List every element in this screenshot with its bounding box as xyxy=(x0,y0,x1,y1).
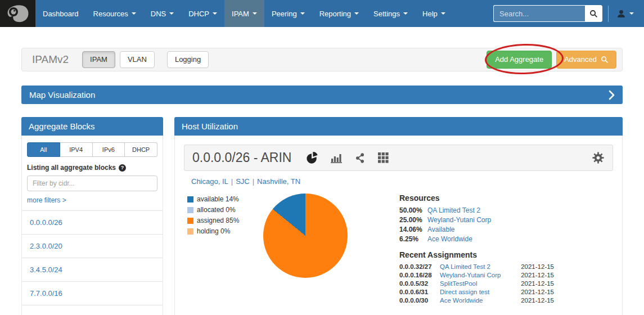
legend-label: assigned 85% xyxy=(197,217,239,224)
global-search xyxy=(493,5,602,22)
block-title: 0.0.0.0/26 - ARIN xyxy=(192,150,291,165)
chevron-down-icon xyxy=(354,12,359,15)
tab-ipv4[interactable]: IPV4 xyxy=(60,142,93,157)
legend-swatch-assigned xyxy=(187,218,193,224)
user-icon xyxy=(616,9,626,19)
gear-icon[interactable] xyxy=(592,151,605,164)
ram-logo-icon xyxy=(6,3,30,24)
host-utilization-header: Host Utilization xyxy=(174,117,623,136)
legend-label: allocated 0% xyxy=(197,206,236,214)
chevron-down-icon xyxy=(403,12,408,15)
grid-icon[interactable] xyxy=(378,152,389,163)
list-item-aggregate[interactable]: 7.7.0.0/16 xyxy=(22,282,163,305)
nav-dashboard[interactable]: Dashboard xyxy=(35,0,86,27)
nav-item-label: Settings xyxy=(373,10,400,18)
resource-row: 14.06%Available xyxy=(399,226,554,233)
app-logo[interactable] xyxy=(0,0,35,27)
nav-dns[interactable]: DNS xyxy=(143,0,181,27)
breadcrumb-separator: | xyxy=(228,177,236,186)
nav-item-label: Dashboard xyxy=(43,10,79,18)
host-utilization-body: 0.0.0.0/26 - ARIN xyxy=(174,136,623,315)
tab-dhcp[interactable]: DHCP xyxy=(125,142,157,157)
page-content: IPAMv2 IPAM VLAN Logging Add Aggregate A… xyxy=(0,48,644,315)
breadcrumb-separator: | xyxy=(250,177,257,186)
pie-chart-icon[interactable] xyxy=(306,152,318,164)
cidr-filter-input[interactable] xyxy=(27,176,157,191)
aggregate-blocks-body: All IPV4 IPv6 DHCP Listing all aggregate… xyxy=(21,136,163,315)
nav-item-label: Help xyxy=(422,10,438,18)
help-icon[interactable] xyxy=(119,164,126,172)
nav-resources[interactable]: Resources xyxy=(86,0,143,27)
chevron-down-icon xyxy=(300,12,305,15)
bar-chart-icon[interactable] xyxy=(331,152,342,163)
resources-heading: Resources xyxy=(399,194,554,202)
list-item-aggregate[interactable]: 0.0.0.0/26 xyxy=(22,211,163,235)
chevron-down-icon xyxy=(253,12,257,15)
advanced-label: Advanced xyxy=(564,55,597,64)
top-navbar: Dashboard Resources DNS DHCP IPAM Peerin… xyxy=(0,0,644,27)
list-item-aggregate[interactable]: 2.3.0.0/20 xyxy=(22,235,163,258)
nav-item-label: DHCP xyxy=(188,10,209,18)
resource-row: 25.00%Weyland-Yutani Corp xyxy=(399,216,554,224)
tab-logging[interactable]: Logging xyxy=(167,51,209,68)
nav-help[interactable]: Help xyxy=(415,0,453,27)
tab-ipam[interactable]: IPAM xyxy=(82,51,115,68)
advanced-search-button[interactable]: Advanced xyxy=(556,51,616,69)
resource-link[interactable]: Weyland-Yutani Corp xyxy=(427,216,491,224)
host-utilization-panel: Host Utilization 0.0.0.0/26 - ARIN xyxy=(174,117,623,315)
list-item-aggregate[interactable] xyxy=(22,305,163,315)
resource-pct: 25.00% xyxy=(399,216,427,224)
resource-link[interactable]: Available xyxy=(427,226,454,233)
tab-vlan[interactable]: VLAN xyxy=(120,51,155,68)
search-icon xyxy=(589,10,598,18)
resource-row: 50.00%QA Limited Test 2 xyxy=(399,206,554,214)
assignment-link[interactable]: Weyland-Yutani Corp xyxy=(440,272,515,278)
chevron-down-icon xyxy=(169,12,174,15)
nav-reporting[interactable]: Reporting xyxy=(312,0,366,27)
page-toolbar: IPAMv2 IPAM VLAN Logging Add Aggregate A… xyxy=(21,48,623,71)
chevron-down-icon xyxy=(629,12,634,15)
chevron-down-icon xyxy=(132,12,136,15)
chevron-down-icon xyxy=(441,12,445,15)
breadcrumb: Chicago, IL|SJC|Nashville, TN xyxy=(191,177,613,186)
user-menu[interactable] xyxy=(608,6,638,22)
legend-label: holding 0% xyxy=(197,227,230,235)
chevron-right-icon[interactable] xyxy=(609,90,615,100)
assignment-row: 0.0.0.0/30Ace Worldwide2021-12-15 xyxy=(399,297,554,304)
utilization-stats: Resources 50.00%QA Limited Test 2 25.00%… xyxy=(399,194,554,305)
add-aggregate-button[interactable]: Add Aggregate xyxy=(487,51,552,69)
list-item-aggregate[interactable]: 3.4.5.0/24 xyxy=(22,258,163,282)
search-icon xyxy=(601,56,609,64)
tab-all[interactable]: All xyxy=(27,142,60,157)
nav-peering[interactable]: Peering xyxy=(264,0,312,27)
breadcrumb-link[interactable]: Chicago, IL xyxy=(191,177,228,186)
breadcrumb-link[interactable]: Nashville, TN xyxy=(257,177,300,186)
assignment-link[interactable]: SplitTestPool xyxy=(440,280,515,287)
assignment-row: 0.0.0.16/28Weyland-Yutani Corp2021-12-15 xyxy=(399,272,554,278)
map-visualization-bar[interactable]: Map Visualization xyxy=(21,86,623,104)
assignment-link[interactable]: Direct assign test xyxy=(440,289,515,295)
nav-dhcp[interactable]: DHCP xyxy=(181,0,224,27)
tab-ipv6[interactable]: IPv6 xyxy=(93,142,125,157)
assignment-cidr: 0.0.0.32/27 xyxy=(399,263,440,270)
legend-swatch-available xyxy=(187,196,193,202)
assignment-row: 0.0.0.5/32SplitTestPool2021-12-15 xyxy=(399,280,554,287)
resource-link[interactable]: Ace Worldwide xyxy=(427,235,472,243)
assignment-row: 0.0.0.6/31Direct assign test2021-12-15 xyxy=(399,289,554,295)
assignment-link[interactable]: QA Limited Test 2 xyxy=(440,263,515,270)
assignment-date: 2021-12-15 xyxy=(515,263,554,270)
more-filters-link[interactable]: more filters > xyxy=(27,196,66,204)
nav-item-label: Resources xyxy=(93,10,128,18)
search-input[interactable] xyxy=(493,5,585,22)
nav-ipam[interactable]: IPAM xyxy=(224,0,264,27)
recent-assignments-heading: Recent Assignments xyxy=(399,250,554,259)
search-button[interactable] xyxy=(585,5,602,22)
assignment-link[interactable]: Ace Worldwide xyxy=(440,297,515,304)
breadcrumb-link[interactable]: SJC xyxy=(236,177,250,186)
assignment-cidr: 0.0.0.16/28 xyxy=(399,272,440,278)
nav-settings[interactable]: Settings xyxy=(366,0,415,27)
share-icon[interactable] xyxy=(354,152,366,164)
legend-label: available 14% xyxy=(197,195,239,203)
aggregate-filter-tabs: All IPV4 IPv6 DHCP xyxy=(27,142,157,157)
resource-link[interactable]: QA Limited Test 2 xyxy=(427,206,480,214)
